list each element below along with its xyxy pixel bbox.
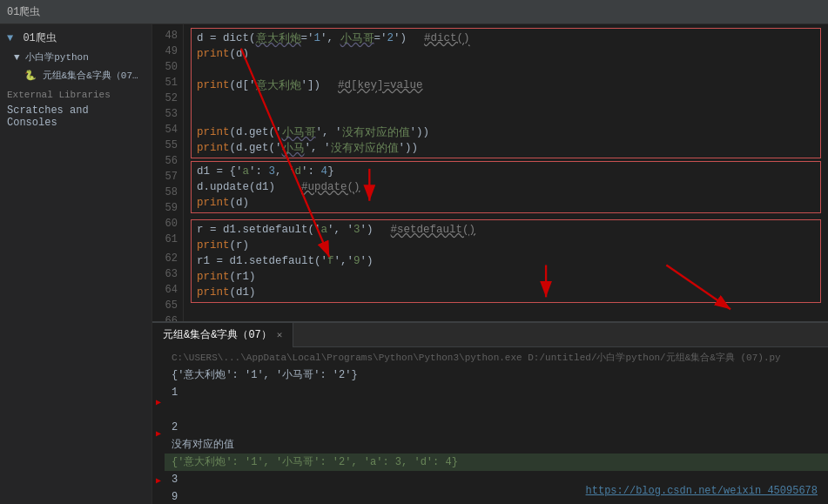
sidebar-scratches-label: Scratches and Consoles bbox=[7, 104, 89, 129]
console-line-dict2: {'意大利炮': '1', '小马哥': '2', 'a': 3, 'd': 4… bbox=[165, 454, 828, 471]
code-line-54: print(d.get('小马哥', '没有对应的值')) bbox=[197, 124, 815, 140]
sidebar-item-yuanzu-file[interactable]: 🐍 元组&集合&字典（07）.py bbox=[0, 66, 151, 84]
bottom-with-side: ▶ ▶ ▶ C:\USERS\...\AppData\Local\Program… bbox=[152, 347, 828, 504]
side-dot-8 bbox=[152, 457, 165, 473]
side-dot-3 bbox=[152, 379, 165, 394]
bottom-tab-label: 元组&集合&字典（07） bbox=[163, 327, 272, 342]
code-line-63: print(r) bbox=[197, 238, 815, 253]
line-numbers: 48 49 50 51 52 53 54 55 56 57 58 59 60 6… bbox=[152, 24, 184, 321]
console-line-dict1: {'意大利炮': '1', '小马哥': '2'} bbox=[165, 366, 828, 384]
sidebar-file-icon: 🐍 bbox=[24, 71, 43, 81]
side-dot-2 bbox=[152, 363, 165, 379]
code-line-55: print(d.get('小马', '没有对应的值')) bbox=[197, 140, 815, 156]
code-region-1: d = dict(意大利炮='1', 小马哥='2') #dict() prin… bbox=[191, 28, 821, 158]
sidebar-section-external: External Libraries bbox=[0, 84, 151, 102]
sidebar-project-label: 01爬虫 bbox=[23, 32, 56, 44]
project-icon: ▼ bbox=[7, 32, 13, 44]
content-area: 48 49 50 51 52 53 54 55 56 57 58 59 60 6… bbox=[152, 24, 828, 504]
side-dot-9: ▶ bbox=[152, 473, 165, 488]
watermark-text: https://blog.csdn.net/weixin_45095678 bbox=[586, 485, 818, 497]
code-line-58: d1 = {'a': 3, 'd': 4} bbox=[197, 164, 815, 179]
code-line-65: print(r1) bbox=[197, 269, 815, 285]
bottom-tab-yuanzu[interactable]: 元组&集合&字典（07） ✕ bbox=[152, 323, 293, 347]
side-dot-7 bbox=[152, 441, 165, 457]
sidebar: ▼ 01爬虫 ▼ 小白学python 🐍 元组&集合&字典（07）.py Ext… bbox=[0, 24, 152, 504]
side-dot-5 bbox=[152, 410, 165, 426]
code-line-50 bbox=[197, 62, 815, 77]
console-line-2: 2 bbox=[165, 419, 828, 436]
console-line-novalue: 没有对应的值 bbox=[165, 436, 828, 454]
header-title: 01爬虫 bbox=[7, 4, 40, 19]
sidebar-file-label: 元组&集合&字典（07）.py bbox=[43, 71, 151, 81]
code-line-52 bbox=[197, 93, 815, 109]
code-region-3: r = d1.setdefault('a', '3') #setdefault(… bbox=[191, 219, 821, 303]
side-indicators: ▶ ▶ ▶ bbox=[152, 347, 165, 504]
sidebar-item-xiaobai[interactable]: ▼ 小白学python bbox=[0, 48, 151, 66]
side-dot-1 bbox=[152, 347, 165, 363]
side-dot-4: ▶ bbox=[152, 394, 165, 410]
bottom-panel: 元组&集合&字典（07） ✕ ▶ ▶ ▶ bbox=[152, 321, 828, 504]
bottom-tabs: 元组&集合&字典（07） ✕ bbox=[152, 323, 828, 347]
sidebar-item-project[interactable]: ▼ 01爬虫 bbox=[0, 28, 151, 48]
console-cmd-line: C:\USERS\...\AppData\Local\Programs\Pyth… bbox=[165, 349, 828, 366]
console-line-1: 1 bbox=[165, 384, 828, 401]
bottom-tab-close-icon[interactable]: ✕ bbox=[277, 329, 283, 340]
sidebar-xiaobai-label: ▼ 小白学python bbox=[14, 52, 89, 63]
code-editor: 48 49 50 51 52 53 54 55 56 57 58 59 60 6… bbox=[152, 24, 828, 321]
main-layout: ▼ 01爬虫 ▼ 小白学python 🐍 元组&集合&字典（07）.py Ext… bbox=[0, 24, 828, 504]
console-line-empty1 bbox=[165, 401, 828, 419]
watermark[interactable]: https://blog.csdn.net/weixin_45095678 bbox=[586, 485, 818, 497]
header-bar: 01爬虫 bbox=[0, 0, 828, 24]
side-dot-6: ▶ bbox=[152, 426, 165, 441]
code-line-49: print(d) bbox=[197, 46, 815, 62]
code-line-48: d = dict(意大利炮='1', 小马哥='2') #dict() bbox=[197, 30, 815, 46]
bottom-content: C:\USERS\...\AppData\Local\Programs\Pyth… bbox=[165, 347, 828, 504]
sidebar-external-label: External Libraries bbox=[7, 90, 111, 100]
code-line-59: d.update(d1) #update() bbox=[197, 179, 815, 195]
sidebar-item-scratches[interactable]: Scratches and Consoles bbox=[0, 102, 151, 131]
code-line-60: print(d) bbox=[197, 195, 815, 211]
code-line-53 bbox=[197, 109, 815, 124]
code-full-area: 48 49 50 51 52 53 54 55 56 57 58 59 60 6… bbox=[152, 24, 828, 321]
code-line-62: r = d1.setdefault('a', '3') #setdefault(… bbox=[197, 222, 815, 238]
code-line-51: print(d['意大利炮']) #d[key]=value bbox=[197, 77, 815, 93]
code-line-66: print(d1) bbox=[197, 285, 815, 300]
code-text-area: d = dict(意大利炮='1', 小马哥='2') #dict() prin… bbox=[184, 24, 828, 321]
code-line-64: r1 = d1.setdefault('f','9') bbox=[197, 253, 815, 269]
code-region-2: d1 = {'a': 3, 'd': 4} d.update(d1) #upda… bbox=[191, 161, 821, 213]
